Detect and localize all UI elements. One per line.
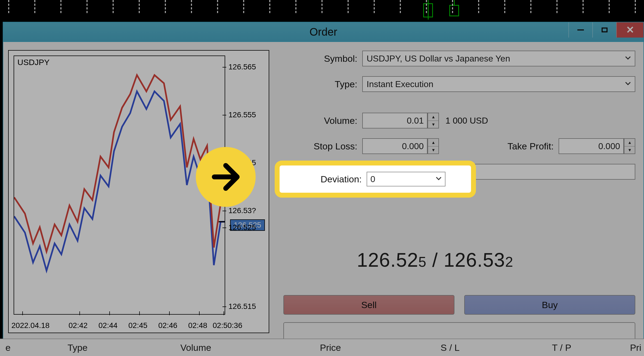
spinner-up-icon[interactable]: ▴ — [428, 139, 438, 146]
col-sl: S / L — [392, 342, 509, 353]
background-chart-strip — [0, 0, 644, 22]
chevron-down-icon — [435, 174, 442, 184]
col-price: Price — [269, 342, 392, 353]
take-profit-value: 0.000 — [598, 141, 620, 151]
symbol-select[interactable]: USDJPY, US Dollar vs Japanese Yen — [362, 51, 635, 66]
type-label: Type: — [292, 79, 362, 90]
maximize-icon — [602, 27, 608, 32]
x-axis-tick-label: 02:45 — [128, 321, 147, 330]
grid-tick — [452, 0, 453, 13]
x-axis-tick-mark — [224, 311, 224, 315]
grid-tick — [191, 0, 192, 13]
y-axis-tick-mark — [222, 228, 226, 228]
minimize-button[interactable] — [568, 22, 592, 38]
grid-tick — [113, 0, 114, 13]
take-profit-input[interactable]: 0.000 — [559, 138, 624, 154]
stop-loss-input[interactable]: 0.000 — [362, 138, 428, 154]
deviation-label: Deviation: — [296, 174, 367, 185]
bid-ask-prices: 126.525 / 126.532 — [357, 249, 513, 271]
volume-input[interactable]: 0.01 — [362, 113, 428, 128]
title-bar[interactable]: Order ✕ — [3, 22, 643, 42]
ask-price-sub: 2 — [505, 254, 513, 270]
col-time: e — [0, 342, 33, 353]
order-buttons: Sell Buy — [283, 295, 635, 315]
grid-tick — [60, 0, 61, 13]
volume-label: Volume: — [292, 115, 362, 126]
window-buttons: ✕ — [568, 22, 643, 42]
x-axis-tick-label: 02:42 — [69, 321, 88, 330]
close-button[interactable]: ✕ — [616, 22, 643, 38]
x-axis-tick-mark — [79, 311, 80, 315]
grid-tick — [348, 0, 349, 13]
spinner-up-icon[interactable]: ▴ — [624, 139, 635, 146]
close-icon: ✕ — [626, 25, 634, 35]
grid-tick — [217, 0, 218, 13]
symbol-label: Symbol: — [292, 53, 362, 64]
candlestick-body — [423, 3, 433, 17]
x-axis-tick-label: 02:50:36 — [213, 321, 242, 330]
buy-button-label: Buy — [542, 300, 558, 310]
type-select[interactable]: Instant Execution — [362, 76, 635, 92]
grid-tick — [243, 0, 244, 13]
chart-lines — [14, 56, 225, 314]
volume-currency: 1 000 USD — [445, 116, 488, 126]
stop-loss-label: Stop Loss: — [292, 141, 362, 152]
x-axis-tick-mark — [109, 311, 110, 315]
sell-button-label: Sell — [361, 300, 377, 310]
chevron-down-icon — [624, 54, 631, 64]
volume-spinner[interactable]: ▴▾ — [428, 113, 439, 128]
grid-tick — [556, 0, 558, 13]
grid-tick — [583, 0, 584, 13]
y-axis-tick-label: 126.565 — [228, 63, 256, 71]
sell-button[interactable]: Sell — [283, 295, 454, 315]
x-axis-tick-label: 02:48 — [188, 321, 207, 330]
deviation-select[interactable]: 0 — [367, 172, 445, 186]
y-axis-tick-mark — [222, 211, 226, 211]
col-price2: Pri — [615, 342, 644, 353]
grid-tick — [165, 0, 166, 13]
grid-tick — [321, 0, 323, 13]
buy-button[interactable]: Buy — [464, 295, 635, 315]
deviation-highlight: Deviation: 0 — [275, 161, 476, 198]
grid-tick — [530, 0, 531, 13]
col-volume: Volume — [122, 342, 269, 353]
grid-tick — [8, 0, 9, 13]
col-type: Type — [33, 342, 122, 353]
grid-tick — [139, 0, 140, 13]
spinner-down-icon[interactable]: ▾ — [624, 146, 635, 154]
spinner-up-icon[interactable]: ▴ — [428, 113, 438, 121]
grid-tick — [609, 0, 610, 13]
x-axis-tick-label: 02:44 — [98, 321, 117, 330]
minimize-icon — [577, 29, 584, 30]
y-axis-tick-mark — [222, 115, 226, 115]
stop-loss-value: 0.000 — [402, 141, 424, 151]
y-axis-tick-label: 126.555 — [228, 111, 256, 119]
bid-price-main: 126.52 — [357, 249, 418, 271]
x-axis-tick-mark — [169, 311, 170, 315]
x-axis-tick-label: 02:46 — [158, 321, 177, 330]
x-axis-tick-mark — [139, 311, 140, 315]
stop-loss-spinner[interactable]: ▴▾ — [428, 138, 439, 154]
bid-price-sub: 5 — [418, 254, 426, 270]
y-axis-tick-mark — [222, 67, 226, 67]
x-axis-tick-label: 2022.04.18 — [11, 321, 49, 330]
take-profit-spinner[interactable]: ▴▾ — [624, 138, 635, 154]
grid-tick — [34, 0, 35, 13]
chevron-down-icon — [624, 79, 631, 89]
grid-tick — [635, 0, 636, 13]
col-tp: T / P — [509, 342, 615, 353]
take-profit-label: Take Profit: — [501, 141, 559, 152]
spinner-down-icon[interactable]: ▾ — [428, 146, 438, 154]
spinner-down-icon[interactable]: ▾ — [428, 121, 438, 128]
maximize-button[interactable] — [592, 22, 616, 38]
type-select-value: Instant Execution — [367, 79, 433, 89]
x-axis-tick-mark — [199, 311, 200, 315]
window-title: Order — [3, 26, 643, 38]
y-axis-tick-mark — [222, 306, 226, 307]
grid-tick — [478, 0, 479, 13]
grid-tick — [374, 0, 375, 13]
ask-price-main: 126.53 — [444, 249, 505, 271]
x-axis-tick-mark — [22, 311, 23, 315]
volume-value: 0.01 — [407, 116, 424, 126]
callout-arrow-icon — [196, 147, 256, 207]
